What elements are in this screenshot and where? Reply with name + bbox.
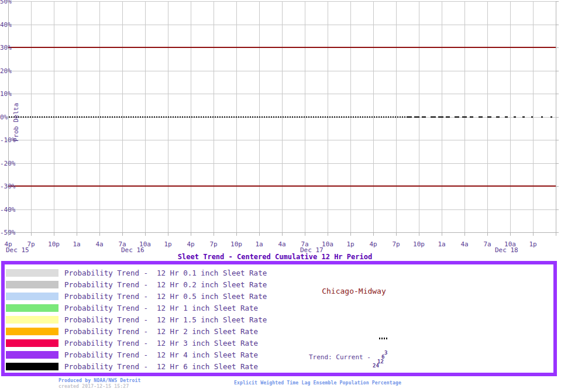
zero-trend-line-dash xyxy=(550,116,552,118)
zero-trend-line-dense xyxy=(9,116,407,118)
x-axis-tick-mark xyxy=(54,232,54,236)
zero-trend-line-dash xyxy=(438,116,443,118)
gridline-horizontal xyxy=(8,94,556,94)
zero-trend-line-dash xyxy=(414,116,419,118)
reference-line-30 xyxy=(8,47,556,48)
zero-trend-line-dash xyxy=(470,116,473,118)
x-axis-tick-mark xyxy=(99,232,100,236)
zero-trend-line-dash xyxy=(487,116,491,118)
x-axis-tick-mark xyxy=(145,232,146,236)
trend-current-label: Trend: Current - xyxy=(309,353,371,361)
x-tick-label: 7p xyxy=(209,240,217,248)
x-axis-tick-mark xyxy=(510,232,511,236)
zero-trend-line-dash xyxy=(541,116,543,118)
gridline-horizontal xyxy=(8,71,556,71)
zero-trend-line-dash xyxy=(455,116,459,118)
noaa-sleet-trend-graphic: 50%40%30%20%10%0%-10%-20%-30%-40%-50% 4p… xyxy=(0,0,585,392)
footer-method-description: Explicit Weighted Time Lag Ensemble Popu… xyxy=(234,380,401,386)
legend-swatch xyxy=(6,293,58,300)
x-tick-label: 1p xyxy=(529,240,536,248)
legend-label: Probability Trend - 12 Hr 0.1 inch Sleet… xyxy=(64,269,267,277)
x-axis-tick-mark xyxy=(305,232,305,236)
legend-swatch xyxy=(6,339,58,347)
y-axis-tick-mark xyxy=(556,94,559,94)
x-tick-label: 1a xyxy=(73,240,80,248)
x-tick-label: 1p xyxy=(346,240,354,248)
x-tick-label: 4a xyxy=(95,240,103,248)
trend-lag-number: 3 xyxy=(384,350,387,356)
x-tick-label: 7a xyxy=(483,240,491,248)
zero-trend-line-dash xyxy=(462,116,467,118)
x-axis-tick-mark xyxy=(373,232,374,236)
legend-label: Probability Trend - 12 Hr 2 inch Sleet R… xyxy=(64,328,258,335)
reference-line--30 xyxy=(8,185,556,187)
y-axis-tick-mark xyxy=(556,140,559,140)
footer-created-timestamp: created 2017-12-15 15:27 xyxy=(58,384,129,389)
x-tick-label: 1a xyxy=(438,240,445,248)
y-axis-tick-mark xyxy=(556,232,559,233)
x-tick-label: 10a xyxy=(322,240,333,248)
trend-lag-number: 24 xyxy=(373,363,379,369)
legend-swatch xyxy=(6,363,58,370)
y-axis-tick-mark xyxy=(6,1,8,2)
x-tick-label: 4p xyxy=(187,240,194,248)
x-tick-label: 10p xyxy=(230,240,242,248)
x-axis-tick-mark xyxy=(122,232,123,236)
zero-trend-line-dash xyxy=(531,116,533,118)
footer-produced-by: Produced by NOAA/NWS Detroit xyxy=(58,378,140,383)
trend-current-linestyle-sample xyxy=(379,338,388,339)
y-axis-tick-mark xyxy=(6,25,8,25)
gridline-horizontal xyxy=(8,25,556,25)
x-axis-tick-mark xyxy=(259,232,260,236)
x-tick-label: 10p xyxy=(413,240,425,248)
legend-label: Probability Trend - 12 Hr 1.5 inch Sleet… xyxy=(64,316,267,324)
gridline-horizontal xyxy=(8,1,556,2)
zero-trend-line-dash xyxy=(422,116,426,118)
zero-trend-line-dash xyxy=(514,116,516,118)
chart-title: Sleet Trend - Centered Cumulative 12 Hr … xyxy=(0,253,550,261)
y-axis-tick-mark xyxy=(556,71,559,71)
y-axis-tick-mark xyxy=(6,47,8,48)
y-axis-tick-mark xyxy=(556,25,559,25)
x-axis-tick-mark xyxy=(31,232,32,236)
x-tick-label: 4a xyxy=(278,240,285,248)
x-axis-tick-mark xyxy=(487,232,488,236)
x-axis-tick-mark xyxy=(533,232,534,236)
station-label: Chicago-Midway xyxy=(266,287,442,295)
y-axis-title: Prob Delta xyxy=(12,103,20,142)
zero-trend-line-dash xyxy=(479,116,483,118)
y-axis-tick-mark xyxy=(6,163,8,164)
legend-swatch xyxy=(6,304,58,312)
zero-trend-line-dash xyxy=(431,116,436,118)
legend-label: Probability Trend - 12 Hr 6 inch Sleet R… xyxy=(64,363,258,370)
legend-label: Probability Trend - 12 Hr 1 inch Sleet R… xyxy=(64,304,258,312)
gridline-horizontal xyxy=(8,140,556,140)
zero-trend-line-dash xyxy=(505,116,508,118)
plot-area xyxy=(8,1,556,232)
x-axis-tick-mark xyxy=(8,232,9,236)
x-tick-label: 1p xyxy=(164,240,171,248)
x-axis-tick-mark xyxy=(419,232,419,236)
legend-swatch xyxy=(6,351,58,359)
zero-trend-line-dash xyxy=(407,116,412,118)
legend-label: Probability Trend - 12 Hr 3 inch Sleet R… xyxy=(64,339,258,347)
y-axis-tick-mark xyxy=(556,117,559,118)
y-axis-tick-mark xyxy=(6,209,8,210)
y-axis-tick-mark xyxy=(556,47,559,48)
y-axis-tick-mark xyxy=(6,140,8,140)
y-axis-tick-mark xyxy=(6,117,8,118)
y-axis-tick-mark xyxy=(556,186,559,187)
y-axis-tick-mark xyxy=(6,232,8,233)
y-axis-tick-mark xyxy=(556,209,559,210)
y-axis-tick-mark xyxy=(6,71,8,71)
x-tick-label: 7p xyxy=(392,240,400,248)
y-axis-tick-mark xyxy=(6,186,8,187)
x-axis-tick-mark xyxy=(282,232,283,236)
zero-trend-line-dash xyxy=(496,116,500,118)
legend-swatch xyxy=(6,269,58,277)
legend-label: Probability Trend - 12 Hr 4 inch Sleet R… xyxy=(64,351,258,359)
y-axis-tick-mark xyxy=(556,1,559,2)
zero-trend-line-dash xyxy=(446,116,450,118)
legend-swatch xyxy=(6,316,58,324)
x-axis-tick-mark xyxy=(442,232,442,236)
